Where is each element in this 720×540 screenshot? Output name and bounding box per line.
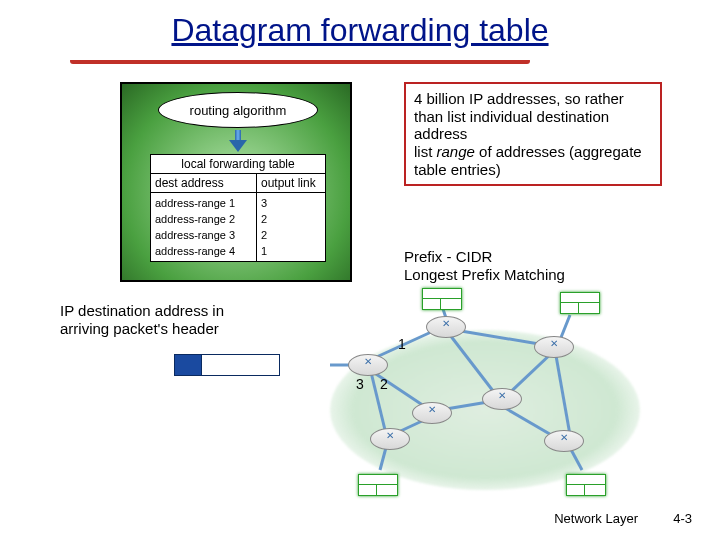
router-icon — [412, 402, 452, 424]
mini-table-icon — [422, 288, 462, 310]
router-icon — [534, 336, 574, 358]
col-output-header: output link — [257, 174, 325, 192]
table-cell: address-range 2 — [155, 211, 252, 227]
packet-header-icon — [174, 354, 202, 376]
port-label-1: 1 — [398, 336, 406, 352]
router-body: routing algorithm local forwarding table… — [122, 84, 350, 280]
svg-line-9 — [555, 350, 570, 435]
router-icon — [482, 388, 522, 410]
routing-algorithm-oval: routing algorithm — [158, 92, 318, 128]
table-cell: 3 — [261, 195, 321, 211]
mini-table-icon — [566, 474, 606, 496]
router-icon — [370, 428, 410, 450]
forwarding-table-rows: address-range 1 address-range 2 address-… — [151, 193, 325, 261]
port-label-2: 2 — [380, 376, 388, 392]
prefix-note-l1: Prefix - CIDR — [404, 248, 565, 266]
dest-column: address-range 1 address-range 2 address-… — [151, 193, 257, 261]
callout-box: 4 billion IP addresses, so rather than l… — [404, 82, 662, 186]
mini-table-icon — [358, 474, 398, 496]
output-column: 3 2 2 1 — [257, 193, 325, 261]
arrow-down-icon — [231, 130, 245, 150]
table-cell: address-range 3 — [155, 227, 252, 243]
router-icon — [348, 354, 388, 376]
callout-line1: 4 billion IP addresses, so rather than l… — [414, 90, 624, 142]
forwarding-table-header: dest address output link — [151, 173, 325, 193]
router-icon — [544, 430, 584, 452]
table-cell: 2 — [261, 211, 321, 227]
network-cloud — [330, 330, 640, 490]
table-cell: 1 — [261, 243, 321, 259]
forwarding-table: local forwarding table dest address outp… — [150, 154, 326, 262]
packet-note-l1: IP destination address in — [60, 302, 224, 320]
footer-chapter: Network Layer — [554, 511, 638, 526]
prefix-note-l2: Longest Prefix Matching — [404, 266, 565, 284]
table-cell: 2 — [261, 227, 321, 243]
callout-range-italic: range — [437, 143, 475, 160]
packet-payload-icon — [202, 354, 280, 376]
title-underline — [70, 58, 530, 64]
mini-table-icon — [560, 292, 600, 314]
prefix-note: Prefix - CIDR Longest Prefix Matching — [404, 248, 565, 284]
svg-line-4 — [455, 330, 545, 345]
table-cell: address-range 1 — [155, 195, 252, 211]
routing-algorithm-label: routing algorithm — [190, 103, 287, 118]
packet-note: IP destination address in arriving packe… — [60, 302, 224, 338]
router-diagram: routing algorithm local forwarding table… — [120, 82, 352, 282]
port-label-3: 3 — [356, 376, 364, 392]
footer-page: 4-3 — [673, 511, 692, 526]
col-dest-header: dest address — [151, 174, 257, 192]
packet-note-l2: arriving packet's header — [60, 320, 224, 338]
table-cell: address-range 4 — [155, 243, 252, 259]
router-icon — [426, 316, 466, 338]
packet-icon — [174, 354, 280, 376]
page-title: Datagram forwarding table — [0, 0, 720, 49]
forwarding-table-title: local forwarding table — [151, 155, 325, 173]
callout-line2a: list — [414, 143, 437, 160]
